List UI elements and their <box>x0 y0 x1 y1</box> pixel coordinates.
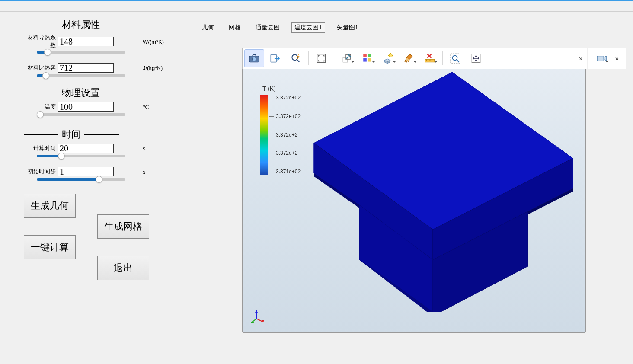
input-calc-time[interactable] <box>58 144 114 153</box>
toolbar-separator <box>442 51 443 65</box>
svg-rect-10 <box>368 58 371 62</box>
section-material: 材料属性 材料导热系数 W/(m*K) 材料比热容 J/(kg*K) <box>24 18 175 77</box>
svg-rect-7 <box>363 54 367 57</box>
input-initial-timestep[interactable] <box>58 167 114 176</box>
fit-icon <box>316 53 327 64</box>
slider-thumb[interactable] <box>44 49 51 56</box>
divider <box>84 134 119 135</box>
svg-point-1 <box>253 57 256 61</box>
slider-thumb[interactable] <box>96 176 102 183</box>
delete-ruler-icon <box>424 53 435 64</box>
model-render <box>294 70 580 312</box>
unit-calc-time: s <box>143 145 146 152</box>
3d-viewport[interactable]: T (K) 3.372e+02 3.372e+02 3.372e+2 3.372… <box>242 48 586 333</box>
viewport-toolbar: » <box>242 48 587 69</box>
input-specific-heat[interactable] <box>58 63 114 73</box>
section-title-material: 材料属性 <box>62 18 100 31</box>
divider <box>103 93 138 93</box>
broom-icon <box>403 53 415 64</box>
input-thermal-conductivity[interactable] <box>58 37 114 46</box>
label-temperature: 温度 <box>24 103 58 111</box>
zoom-box-icon <box>450 53 461 64</box>
section-physics: 物理设置 温度 ℃ <box>24 86 175 116</box>
action-buttons: 生成几何 生成网格 一键计算 退出 <box>24 194 175 289</box>
measure-button[interactable] <box>420 49 440 67</box>
left-panel: 材料属性 材料导热系数 W/(m*K) 材料比热容 J/(kg*K) 物理设置 … <box>24 18 175 289</box>
zoom-reset-button[interactable] <box>286 49 306 67</box>
section-time: 时间 计算时间 s 初始时间步 s <box>24 128 175 181</box>
slider-initial-timestep[interactable] <box>37 178 125 181</box>
label-thermal-conductivity: 材料导热系数 <box>24 34 58 49</box>
camera-toolbar: » <box>588 48 626 69</box>
legend-tick: 3.372e+02 <box>269 113 301 119</box>
pan-button[interactable] <box>466 49 486 67</box>
tab-flux-contour[interactable]: 通量云图 <box>253 22 283 33</box>
svg-rect-8 <box>368 54 371 57</box>
generate-geometry-button[interactable]: 生成几何 <box>24 194 76 218</box>
divider <box>24 93 58 93</box>
unit-temperature: ℃ <box>143 104 149 110</box>
divider <box>103 25 138 25</box>
divider <box>24 134 58 135</box>
export-button[interactable] <box>265 49 285 67</box>
camera-icon <box>249 53 260 64</box>
unit-thermal-conductivity: W/(m*K) <box>143 38 164 45</box>
label-calc-time: 计算时间 <box>24 144 58 152</box>
slider-thumb[interactable] <box>37 111 44 118</box>
video-camera-icon <box>596 53 607 64</box>
camera-toolbar-overflow[interactable]: » <box>613 55 621 62</box>
colorbar <box>260 95 268 175</box>
legend-tick: 3.371e+02 <box>269 169 301 175</box>
cleanup-button[interactable] <box>399 49 419 67</box>
tab-vector-1[interactable]: 矢量图1 <box>334 22 361 33</box>
divider-line <box>0 11 633 12</box>
tab-geometry[interactable]: 几何 <box>199 22 217 33</box>
svg-point-14 <box>453 56 457 61</box>
compute-button[interactable]: 一键计算 <box>24 235 76 259</box>
color-legend: T (K) 3.372e+02 3.372e+02 3.372e+2 3.372… <box>260 85 301 175</box>
label-initial-timestep: 初始时间步 <box>24 168 58 176</box>
slider-thermal-conductivity[interactable] <box>37 51 125 54</box>
tab-mesh[interactable]: 网格 <box>226 22 244 33</box>
svg-rect-16 <box>597 56 604 61</box>
slider-thumb[interactable] <box>58 153 65 160</box>
fit-view-button[interactable] <box>311 49 331 67</box>
zoom-box-button[interactable] <box>445 49 465 67</box>
divider <box>24 25 58 25</box>
lighting-button[interactable] <box>378 49 398 67</box>
toolbar-overflow[interactable]: » <box>576 55 585 62</box>
viewport-tabs: 几何 网格 通量云图 温度云图1 矢量图1 <box>199 22 361 33</box>
svg-rect-9 <box>363 58 367 62</box>
tab-temperature-contour-1[interactable]: 温度云图1 <box>291 22 325 33</box>
slider-thumb[interactable] <box>42 72 49 79</box>
export-icon <box>269 53 281 64</box>
section-title-physics: 物理设置 <box>62 86 100 99</box>
legend-title: T (K) <box>262 85 301 92</box>
snapshot-button[interactable] <box>244 49 264 67</box>
component-colors-button[interactable] <box>358 49 377 67</box>
input-temperature[interactable] <box>58 102 114 112</box>
generate-mesh-button[interactable]: 生成网格 <box>97 214 149 239</box>
zoom-flash-icon <box>290 53 301 64</box>
slider-temperature[interactable] <box>37 113 125 116</box>
camera-view-button[interactable] <box>593 49 611 67</box>
scale-icon <box>341 53 352 64</box>
svg-point-3 <box>292 54 297 60</box>
exit-button[interactable]: 退出 <box>97 256 149 280</box>
axis-triad <box>250 307 268 325</box>
svg-marker-30 <box>255 310 258 313</box>
scale-button[interactable] <box>337 49 357 67</box>
legend-tick: 3.372e+2 <box>269 132 301 138</box>
toolbar-separator <box>308 51 309 65</box>
unit-specific-heat: J/(kg*K) <box>143 65 163 71</box>
slider-specific-heat[interactable] <box>37 74 125 77</box>
lightbulb-cube-icon <box>383 53 394 64</box>
section-title-time: 时间 <box>62 128 81 141</box>
squares-icon <box>362 53 373 64</box>
legend-tick: 3.372e+02 <box>269 95 301 101</box>
toolbar-separator <box>334 51 334 65</box>
slider-calc-time[interactable] <box>37 155 125 157</box>
legend-tick: 3.372e+2 <box>269 150 301 156</box>
move-icon <box>470 53 482 64</box>
label-specific-heat: 材料比热容 <box>24 64 58 72</box>
